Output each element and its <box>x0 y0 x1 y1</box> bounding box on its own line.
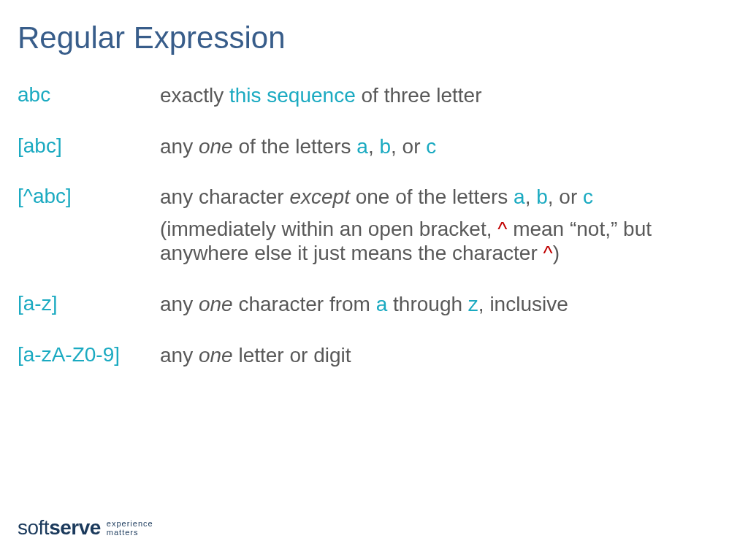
brand-logo: softserve <box>18 516 101 540</box>
desc-text: through <box>387 293 468 315</box>
desc-highlight: this sequence <box>229 84 356 107</box>
desc-italic: one <box>199 135 233 158</box>
desc-text: one of the letters <box>350 185 514 208</box>
desc-text: of three letter <box>356 84 482 107</box>
desc-letter: c <box>583 185 593 208</box>
desc-letter: c <box>426 135 436 158</box>
pattern-desc: any character except one of the letters … <box>160 185 730 266</box>
desc-text: any <box>160 293 199 315</box>
brand-text-bold: serve <box>49 516 101 539</box>
desc-italic: one <box>199 344 233 367</box>
desc-italic: one <box>199 293 233 315</box>
pattern-desc: exactly this sequence of three letter <box>160 83 482 108</box>
tagline-line: matters <box>107 528 153 537</box>
desc-letter: z <box>468 293 478 315</box>
desc-text: any <box>160 344 199 367</box>
desc-text: , <box>525 185 537 208</box>
brand-tagline: experience matters <box>107 519 153 537</box>
desc-text: , <box>368 135 380 158</box>
desc-text: , or <box>391 135 426 158</box>
pattern-text: [a-z] <box>18 292 160 315</box>
desc-text: of the letters <box>233 135 357 158</box>
desc-text: character from <box>233 293 376 315</box>
pattern-text: [abc] <box>18 134 160 158</box>
desc-letter: b <box>379 135 391 158</box>
pattern-text: [a-zA-Z0-9] <box>18 343 160 367</box>
pattern-text: [^abc] <box>18 185 160 208</box>
pattern-text: abc <box>18 83 160 107</box>
pattern-row: [a-zA-Z0-9] any one letter or digit <box>18 343 730 368</box>
pattern-desc: any one character from a through z, incl… <box>160 292 568 317</box>
pattern-desc: any one letter or digit <box>160 343 351 368</box>
note-text: ) <box>553 242 560 264</box>
desc-text: any character <box>160 185 289 208</box>
footer-brand: softserve experience matters <box>18 516 153 540</box>
page-title: Regular Expression <box>18 20 730 55</box>
desc-letter: b <box>536 185 548 208</box>
desc-letter: a <box>356 135 368 158</box>
tagline-line: experience <box>107 519 153 528</box>
pattern-row: abc exactly this sequence of three lette… <box>18 83 730 108</box>
desc-note: (immediately within an open bracket, ^ m… <box>160 217 730 266</box>
desc-text: , or <box>548 185 583 208</box>
content-list: abc exactly this sequence of three lette… <box>18 83 730 367</box>
note-caret: ^ <box>543 242 552 264</box>
desc-text: , inclusive <box>478 293 568 315</box>
desc-text: any <box>160 135 199 158</box>
desc-text: letter or digit <box>233 344 351 367</box>
note-text: (immediately within an open bracket, <box>160 218 497 240</box>
desc-letter: a <box>514 185 525 208</box>
pattern-desc: any one of the letters a, b, or c <box>160 134 436 159</box>
desc-letter: a <box>376 293 388 315</box>
pattern-row: [abc] any one of the letters a, b, or c <box>18 134 730 159</box>
pattern-row: [a-z] any one character from a through z… <box>18 292 730 317</box>
desc-text: exactly <box>160 84 229 107</box>
note-caret: ^ <box>497 218 507 240</box>
pattern-row: [^abc] any character except one of the l… <box>18 185 730 266</box>
brand-text-light: soft <box>18 516 49 539</box>
desc-italic: except <box>289 185 350 208</box>
